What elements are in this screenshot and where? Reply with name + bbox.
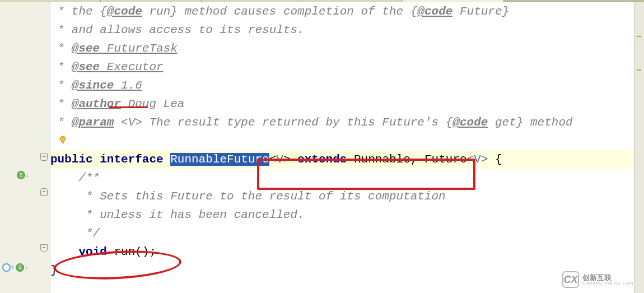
code-area[interactable]: * the {@code run} method causes completi…	[50, 2, 634, 293]
code-line[interactable]: * @see FutureTask	[50, 39, 634, 58]
svg-point-0	[60, 136, 66, 142]
interface-icon: I	[17, 171, 25, 179]
code-line[interactable]: }	[50, 261, 634, 280]
code-line[interactable]: * unless it has been cancelled.	[50, 206, 634, 224]
warning-marker[interactable]	[637, 36, 641, 37]
watermark: CX 创新互联 CHUANG XIN HU LIAN	[562, 268, 634, 291]
code-line-method[interactable]: void run();	[50, 243, 634, 261]
gutter[interactable]: − I ↓ − − ↑ I ↓	[0, 2, 50, 293]
code-line[interactable]: * and allows access to its results.	[50, 21, 634, 39]
code-line[interactable]: * Sets this Future to the result of its …	[50, 187, 634, 206]
code-line[interactable]: */	[50, 132, 634, 150]
code-line[interactable]: * @see Executor	[50, 58, 634, 76]
arrow-up-icon: ↑	[11, 264, 15, 272]
gutter-override-icon[interactable]: ↑ I ↓	[2, 258, 28, 277]
editor-main: − I ↓ − − ↑ I ↓ * the {@code run} method…	[0, 2, 634, 293]
fold-toggle-icon[interactable]: −	[40, 188, 48, 196]
svg-rect-1	[62, 141, 64, 143]
fold-toggle-icon[interactable]: −	[40, 154, 48, 161]
code-line-declaration[interactable]: public interface RunnableFuture<V> exten…	[50, 150, 634, 169]
fold-toggle-icon[interactable]: −	[40, 244, 48, 252]
code-line[interactable]: * @since 1.6	[50, 76, 634, 95]
watermark-logo-icon: CX	[562, 271, 579, 288]
arrow-down-icon: ↓	[24, 264, 28, 272]
gutter-implements-icon[interactable]: I ↓	[17, 166, 29, 184]
marker-strip[interactable]	[634, 2, 644, 293]
watermark-text: 创新互联	[582, 274, 634, 281]
warning-marker[interactable]	[637, 69, 641, 71]
intention-bulb-icon[interactable]	[58, 135, 68, 145]
code-line[interactable]: /**	[50, 169, 634, 187]
override-icon	[2, 263, 11, 272]
interface-icon: I	[16, 263, 24, 272]
code-line[interactable]: * @param <V> The result type returned by…	[50, 113, 634, 132]
arrow-down-icon: ↓	[25, 171, 29, 179]
selected-text: RunnableFuture	[170, 153, 269, 166]
code-line[interactable]: */	[50, 224, 634, 243]
code-line[interactable]: * the {@code run} method causes completi…	[50, 2, 634, 21]
watermark-subtext: CHUANG XIN HU LIAN	[582, 281, 634, 285]
code-line[interactable]: * @author Doug Lea	[50, 95, 634, 113]
